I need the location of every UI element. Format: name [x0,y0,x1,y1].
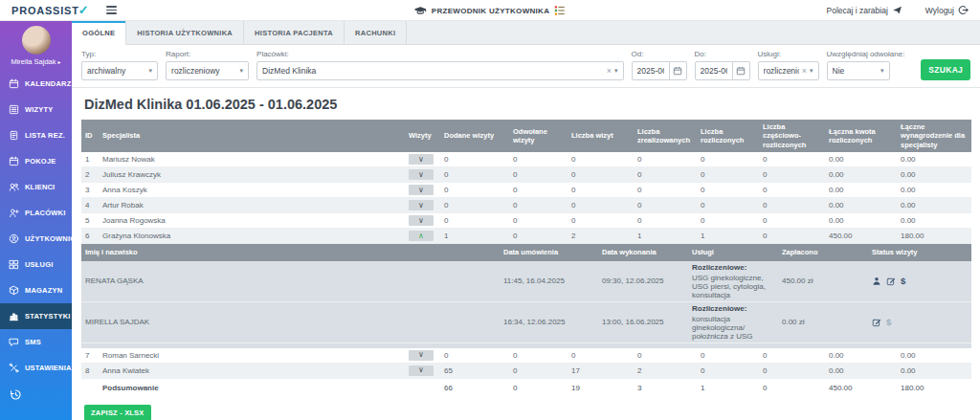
expand-row-button[interactable]: ∨ [409,169,434,180]
patient-name: RENATA GĄSKA [81,261,500,302]
user-menu[interactable]: Mirella Sajdak ▸ [0,21,72,71]
payment-icon[interactable]: $ [901,276,905,286]
date-to-input[interactable]: 2025-06 [695,61,733,80]
specialist-name: Anna Koszyk [99,183,405,198]
cell-odwolane-wizyty: 0 [509,198,568,213]
sidebar-item-placowki[interactable]: PLACÓWKI [0,200,72,226]
sidebar-item-sms[interactable]: SMS [0,329,72,355]
cell-liczba-czesciowo: 0 [759,363,825,378]
logout-link[interactable]: Wyloguj [925,5,969,15]
filter-raport-select[interactable]: rozliczeniowy▾ [166,61,249,80]
users-icon [9,182,19,192]
paper-plane-icon [892,5,902,15]
filter-odwolane-select[interactable]: Nie▾ [827,61,890,80]
performed-date: 13:00, 16.06.2025 [598,301,688,343]
col-odwolane-wizyty: Odwołane wizyty [509,120,568,152]
cell-laczne-wynagrodzenie: 0.00 [897,198,971,213]
sidebar-item-klienci[interactable]: KLIENCI [0,174,72,200]
calendar-icon [9,78,19,89]
sidebar-item-uzytkownicy[interactable]: UŻYTKOWNICY [0,226,72,252]
summary-label: Podsumowanie [99,378,405,397]
user-guide-link[interactable]: PRZEWODNIK UŻYTKOWNIKA [414,0,566,21]
date-from-input[interactable]: 2025-06 [632,61,670,80]
user-caret-icon: ▸ [58,59,61,65]
cell-liczba-zrealizowanych: 0 [634,348,697,364]
sidebar-item-label: SMS [25,338,41,346]
row-id: 5 [81,213,99,229]
cell-odwolane-wizyty: 0 [509,152,568,167]
sidebar-item-ustawienia[interactable]: USTAWIENIA [0,355,72,381]
cell-liczba-zrealizowanych: 0 [634,198,697,213]
patient-icon[interactable] [872,276,881,286]
cell-laczne-wynagrodzenie: 180.00 [897,229,971,244]
cell-liczba-rozliczonych: 0 [697,363,759,378]
tab-historia-pacjenta[interactable]: HISTORIA PACJENTA [244,21,345,44]
cell-laczne-wynagrodzenie: 0.00 [897,152,971,167]
sidebar-item-wizyty[interactable]: WIZYTY [0,97,72,122]
expand-row-button[interactable]: ∨ [409,154,434,165]
sidebar-item-uslugi[interactable]: USŁUGI [0,252,72,277]
filter-od-label: Od: [632,50,687,58]
status-icons: $ [868,261,971,302]
filter-typ-select[interactable]: archiwalny▾ [81,61,158,80]
sidebar-item-pokoje[interactable]: POKOJE [0,148,72,174]
cell-liczba-wizyt: 0 [568,348,634,364]
cell-liczba-wizyt: 0 [568,183,634,198]
filter-placowki-select[interactable]: DizMed Klinika×▾ [256,61,624,80]
cell-liczba-wizyt: 2 [568,229,634,244]
filter-uslugi-select[interactable]: rozliczenio...×▾ [758,61,819,80]
topbar-actions: Polecaj i zarabiaj Wyloguj [827,5,969,15]
avatar [22,26,51,55]
specialist-row: 7Roman Sarnecki∨0000000.000.00 [81,348,971,364]
cell-laczna-kwota: 0.00 [825,213,897,229]
specialists-table: ID Specjalista Wizyty Dodane wizyty Odwo… [81,120,971,397]
expand-row-button[interactable]: ∨ [409,365,434,376]
referral-link[interactable]: Polecaj i zarabiaj [827,5,902,15]
visits-toggle-cell: ∨ [405,348,440,364]
detail-section: Imię i nazwiskoData umówieniaData wykona… [81,244,971,348]
collapse-row-button[interactable]: ∧ [409,231,434,241]
search-button[interactable]: SZUKAJ [921,59,970,80]
sidebar-item-magazyn[interactable]: MAGAZYN [0,277,72,303]
services-cell: Rozliczeniowe:konsultacja ginekologiczna… [688,301,778,343]
cell-liczba-zrealizowanych: 2 [634,363,697,378]
sidebar-item-lista-rez[interactable]: LISTA REZ. [0,122,72,148]
expand-row-button[interactable]: ∨ [409,350,434,361]
history-icon[interactable] [0,381,72,401]
calendar-icon[interactable] [670,61,687,80]
row-id: 6 [81,229,99,244]
save-xlsx-button[interactable]: ZAPISZ - XLSX [84,405,151,420]
cell-liczba-zrealizowanych: 0 [634,183,697,198]
edit-icon[interactable] [886,276,896,286]
cell-liczba-zrealizowanych: 1 [634,229,697,244]
calendar-icon[interactable] [733,61,750,80]
sidebar-item-statystyki[interactable]: STATYSTYKI [0,303,72,329]
tab-rachunki[interactable]: RACHUNKI [345,21,407,44]
row-id: 1 [81,152,99,167]
logout-label: Wyloguj [925,6,954,15]
chevron-down-icon: ▾ [810,67,813,75]
tab-historia-uzytkownika[interactable]: HISTORIA UŻYTKOWNIKA [126,21,244,44]
expand-row-button[interactable]: ∨ [409,215,434,226]
col-dodane-wizyty: Dodane wizyty [440,120,509,152]
cell-laczna-kwota: 0.00 [825,183,897,198]
filter-placowki: Placówki: DizMed Klinika×▾ [256,50,624,80]
sidebar: Mirella Sajdak ▸ KALENDARZWIZYTYLISTA RE… [0,21,72,420]
specialist-name: Mariusz Nowak [99,152,405,167]
payment-icon[interactable]: $ [886,317,891,327]
cell-liczba-zrealizowanych: 0 [634,213,697,229]
filter-raport: Raport: rozliczeniowy▾ [166,50,249,80]
tab-ogolne[interactable]: OGÓLNE [72,21,126,45]
filter-raport-label: Raport: [166,50,249,58]
cell-laczna-kwota: 0.00 [825,363,897,378]
chevron-down-icon: ▾ [614,67,618,75]
menu-toggle-icon[interactable] [104,3,119,17]
specialist-name: Grażyna Klonowska [99,229,405,244]
edit-icon[interactable] [872,318,881,327]
expand-row-button[interactable]: ∨ [409,185,434,195]
clear-icon[interactable]: × [607,66,612,76]
expand-row-button[interactable]: ∨ [409,200,434,210]
sidebar-item-kalendarz[interactable]: KALENDARZ [0,71,72,97]
clear-icon[interactable]: × [802,66,807,76]
app-logo[interactable]: PROASSIST✓ [11,3,89,17]
